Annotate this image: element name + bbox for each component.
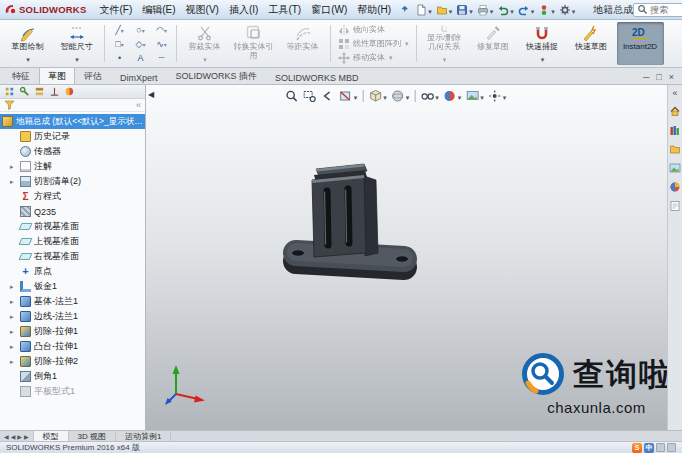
panel-collapse-arrow-icon[interactable]: ◀: [148, 90, 154, 99]
tree-item-cut-extrude2[interactable]: 切除-拉伸2: [0, 354, 145, 369]
smart-dimension-button[interactable]: 智能尺寸: [53, 22, 100, 65]
expand-arrow[interactable]: [10, 313, 17, 321]
view-palette-icon[interactable]: [669, 162, 681, 174]
expand-arrow[interactable]: [10, 298, 17, 306]
ime-settings-icon[interactable]: [667, 443, 676, 452]
tab-3d-views[interactable]: 3D 视图: [69, 431, 116, 441]
panel-pin-icon[interactable]: «: [136, 100, 141, 110]
sketch-tool-polygon[interactable]: ◇: [130, 37, 151, 51]
previous-view-button[interactable]: [320, 88, 336, 104]
trim-entities-button[interactable]: 剪裁实体: [181, 22, 228, 65]
tab-motion-study[interactable]: 运动算例1: [116, 431, 171, 441]
propertymanager-tab[interactable]: [19, 86, 30, 97]
appearances-scenes-icon[interactable]: [669, 181, 681, 193]
tree-item-flat-pattern[interactable]: 平板型式1: [0, 384, 145, 399]
tree-item-right-plane[interactable]: 右视基准面: [0, 249, 145, 264]
options-button[interactable]: [557, 4, 578, 16]
tree-item-equations[interactable]: 方程式: [0, 189, 145, 204]
display-delete-relations-button[interactable]: 显示/删除几何关系: [421, 22, 468, 65]
tab-model[interactable]: 模型: [34, 431, 69, 441]
menu-tools[interactable]: 工具(T): [263, 2, 306, 18]
pin-menu-icon[interactable]: [400, 5, 409, 14]
repair-sketch-button[interactable]: 修复草图: [470, 22, 517, 65]
bracket-part-model[interactable]: [264, 149, 494, 299]
file-explorer-icon[interactable]: [669, 143, 681, 155]
ime-sogou-icon[interactable]: S: [632, 443, 642, 453]
menu-view[interactable]: 视图(V): [181, 2, 224, 18]
zoom-fit-button[interactable]: [284, 88, 300, 104]
menu-file[interactable]: 文件(F): [94, 2, 137, 18]
scroll-next-button[interactable]: [17, 433, 22, 440]
hide-show-items-button[interactable]: [419, 88, 440, 104]
view-orientation-button[interactable]: [367, 88, 388, 104]
edit-appearance-button[interactable]: [442, 88, 463, 104]
expand-arrow[interactable]: [10, 163, 17, 171]
tree-item-sensors[interactable]: 传感器: [0, 144, 145, 159]
section-view-button[interactable]: [338, 88, 359, 104]
apply-scene-button[interactable]: [464, 88, 485, 104]
tree-item-origin[interactable]: 原点: [0, 264, 145, 279]
save-button[interactable]: [454, 4, 475, 16]
custom-properties-icon[interactable]: [669, 200, 681, 212]
close-button[interactable]: ×: [669, 72, 674, 82]
expand-arrow[interactable]: [10, 358, 17, 366]
sketch-tool-centerline[interactable]: ┄: [151, 51, 172, 65]
tree-item-base-flange[interactable]: 基体-法兰1: [0, 294, 145, 309]
expand-arrow[interactable]: [10, 328, 17, 336]
tree-item-edge-flange[interactable]: 边线-法兰1: [0, 309, 145, 324]
menu-edit[interactable]: 编辑(E): [137, 2, 180, 18]
tab-dimxpert[interactable]: DimXpert: [111, 70, 167, 84]
ime-keyboard-icon[interactable]: [656, 443, 665, 452]
menu-help[interactable]: 帮助(H): [352, 2, 396, 18]
scroll-prev-button[interactable]: [11, 433, 16, 440]
print-button[interactable]: [475, 4, 496, 16]
redo-button[interactable]: [516, 4, 537, 16]
menu-insert[interactable]: 插入(I): [224, 2, 263, 18]
displaymanager-tab[interactable]: [64, 86, 75, 97]
instant2d-toggle-button[interactable]: 2D Instant2D: [617, 22, 664, 65]
search-box[interactable]: [633, 3, 682, 17]
featuremanager-tab[interactable]: [4, 86, 15, 97]
tree-item-sheetmetal[interactable]: 钣金1: [0, 279, 145, 294]
dimxpertmanager-tab[interactable]: [49, 86, 60, 97]
tree-item-material[interactable]: Q235: [0, 204, 145, 219]
sketch-tool-spline[interactable]: ∿: [151, 37, 172, 51]
rebuild-button[interactable]: [536, 4, 557, 16]
quick-snaps-button[interactable]: 快速捕捉: [519, 22, 566, 65]
tree-item-chamfer[interactable]: 倒角1: [0, 369, 145, 384]
expand-arrow[interactable]: [10, 178, 17, 186]
tree-item-annotations[interactable]: 注解: [0, 159, 145, 174]
ime-chinese-mode-icon[interactable]: 中: [644, 443, 654, 453]
expand-arrow[interactable]: [10, 283, 17, 291]
taskpane-expand-icon[interactable]: «: [672, 88, 677, 98]
new-document-button[interactable]: [413, 4, 434, 16]
search-input[interactable]: [650, 5, 682, 15]
solidworks-resources-icon[interactable]: [669, 105, 681, 117]
undo-button[interactable]: [495, 4, 516, 16]
configurationmanager-tab[interactable]: [34, 86, 45, 97]
display-style-button[interactable]: [390, 88, 411, 104]
tree-item-boss-extrude1[interactable]: 凸台-拉伸1: [0, 339, 145, 354]
linear-sketch-pattern-button[interactable]: 线性草图阵列: [335, 37, 412, 50]
open-button[interactable]: [434, 4, 455, 16]
restore-button[interactable]: □: [656, 72, 661, 82]
move-entities-button[interactable]: 移动实体: [335, 51, 412, 64]
tab-solidworks-addins[interactable]: SOLIDWORKS 插件: [167, 67, 267, 84]
menu-window[interactable]: 窗口(W): [306, 2, 352, 18]
viewport-3d[interactable]: ◀: [146, 85, 682, 430]
minimize-button[interactable]: ─: [643, 72, 649, 82]
zoom-area-button[interactable]: [302, 88, 318, 104]
sketch-button[interactable]: 草图绘制: [4, 22, 51, 65]
sketch-tool-line[interactable]: ╱: [109, 23, 130, 37]
tab-sketch[interactable]: 草图: [39, 67, 75, 84]
view-settings-button[interactable]: [487, 88, 508, 104]
tree-item-top-plane[interactable]: 上视基准面: [0, 234, 145, 249]
sketch-tool-circle[interactable]: ○: [130, 23, 151, 37]
scroll-last-button[interactable]: [24, 433, 29, 440]
sketch-tool-text[interactable]: A: [130, 51, 151, 65]
design-library-icon[interactable]: [669, 124, 681, 136]
tree-item-cut-extrude1[interactable]: 切除-拉伸1: [0, 324, 145, 339]
tab-features[interactable]: 特征: [3, 67, 39, 84]
rapid-sketch-button[interactable]: 快速草图: [568, 22, 615, 65]
filter-funnel-icon[interactable]: [4, 100, 15, 110]
